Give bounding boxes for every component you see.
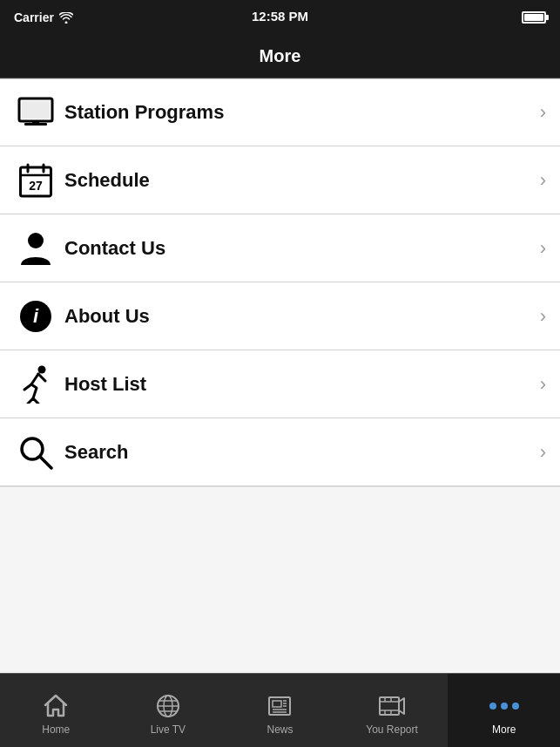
search-label: Search	[57, 441, 540, 464]
tab-more-label: More	[492, 723, 516, 736]
menu-item-station-programs[interactable]: Station Programs ›	[0, 78, 560, 146]
tab-news[interactable]: News	[224, 674, 336, 747]
chevron-icon: ›	[540, 101, 546, 124]
news-icon	[266, 692, 293, 720]
tab-bar: Home Live TV News	[0, 673, 560, 747]
carrier-label: Carrier	[14, 10, 54, 24]
svg-point-9	[28, 233, 44, 248]
chevron-icon: ›	[540, 169, 546, 192]
tab-home-label: Home	[42, 723, 70, 736]
globe-icon	[154, 692, 182, 720]
search-icon	[14, 435, 57, 470]
carrier-info: Carrier	[14, 10, 73, 24]
chevron-icon: ›	[540, 441, 546, 464]
svg-line-14	[40, 457, 51, 468]
info-icon: i	[14, 299, 57, 334]
battery-indicator	[522, 11, 546, 24]
film-icon	[378, 692, 406, 720]
svg-rect-3	[22, 101, 50, 119]
chevron-icon: ›	[540, 373, 546, 396]
tab-live-tv[interactable]: Live TV	[112, 674, 225, 747]
tv-icon	[14, 97, 57, 128]
svg-rect-2	[32, 121, 39, 125]
status-bar: Carrier 12:58 PM	[0, 0, 560, 35]
chevron-icon: ›	[540, 237, 546, 260]
chevron-icon: ›	[540, 305, 546, 328]
calendar-icon: 27	[14, 163, 57, 198]
svg-rect-21	[273, 701, 281, 707]
battery-icon	[522, 11, 546, 24]
home-icon	[42, 692, 70, 720]
contact-us-label: Contact Us	[57, 237, 540, 260]
about-us-label: About Us	[57, 305, 540, 328]
empty-content-area	[0, 486, 560, 678]
tab-live-tv-label: Live TV	[151, 723, 186, 736]
menu-list: Station Programs › 27 Schedule › Contact…	[0, 78, 560, 486]
running-icon	[14, 365, 57, 404]
tab-you-report-label: You Report	[366, 723, 418, 736]
status-time: 12:58 PM	[252, 9, 308, 24]
tab-news-label: News	[267, 723, 293, 736]
more-dots-icon	[490, 692, 518, 720]
nav-bar: More	[0, 35, 560, 78]
wifi-icon	[59, 12, 73, 24]
schedule-label: Schedule	[57, 169, 540, 192]
host-list-label: Host List	[57, 373, 540, 396]
menu-item-host-list[interactable]: Host List ›	[0, 350, 560, 418]
tab-more[interactable]: More	[448, 674, 560, 747]
menu-item-contact-us[interactable]: Contact Us ›	[0, 214, 560, 282]
menu-item-schedule[interactable]: 27 Schedule ›	[0, 146, 560, 214]
tab-you-report[interactable]: You Report	[336, 674, 449, 747]
menu-item-search[interactable]: Search ›	[0, 418, 560, 486]
menu-item-about-us[interactable]: i About Us ›	[0, 282, 560, 350]
svg-rect-27	[380, 697, 399, 715]
svg-text:i: i	[33, 305, 39, 327]
svg-point-12	[38, 365, 46, 373]
person-icon	[14, 230, 57, 267]
tab-home[interactable]: Home	[0, 674, 112, 747]
svg-text:27: 27	[29, 179, 43, 193]
station-programs-label: Station Programs	[57, 101, 540, 124]
nav-title: More	[260, 46, 301, 66]
